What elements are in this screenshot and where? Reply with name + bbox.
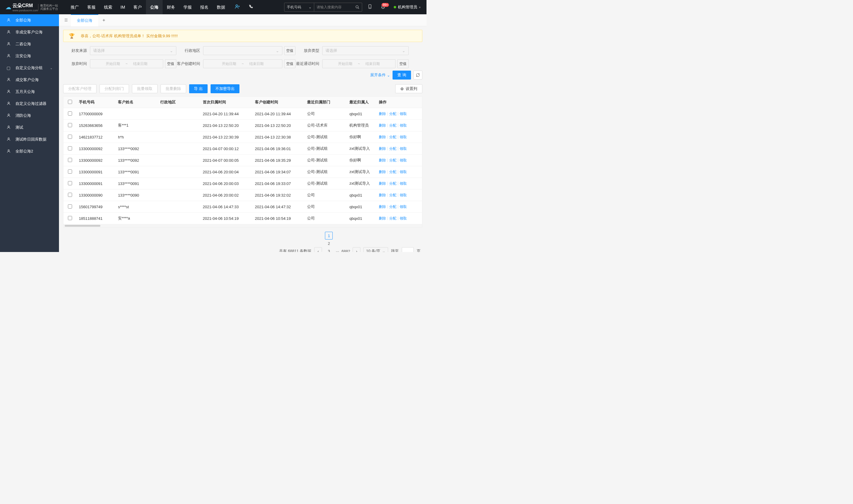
- row-checkbox[interactable]: [68, 134, 72, 139]
- nav-item[interactable]: 数据: [213, 0, 229, 14]
- row-assign[interactable]: 分配: [389, 123, 396, 128]
- row-checkbox[interactable]: [68, 111, 72, 115]
- row-delete[interactable]: 删除: [379, 216, 386, 221]
- row-delete[interactable]: 删除: [379, 123, 386, 128]
- set-columns-button[interactable]: ⚙ 设置列: [395, 84, 422, 93]
- search-button[interactable]: 查 询: [393, 71, 411, 79]
- row-checkbox[interactable]: [68, 158, 72, 162]
- pager-jump-input[interactable]: [402, 247, 414, 252]
- sidebar-item[interactable]: 成交客户公海: [0, 74, 59, 86]
- filter-create-time-range[interactable]: 开始日期~结束日期: [203, 59, 282, 68]
- row-claim[interactable]: 领取: [400, 158, 407, 163]
- pager-last[interactable]: 6882: [342, 247, 350, 252]
- row-assign[interactable]: 分配: [389, 146, 396, 151]
- row-delete[interactable]: 删除: [379, 111, 386, 116]
- filter-abandon-time-empty-button[interactable]: 空值: [165, 59, 176, 68]
- row-claim[interactable]: 领取: [400, 204, 407, 210]
- row-delete[interactable]: 删除: [379, 134, 386, 140]
- row-claim[interactable]: 领取: [400, 216, 407, 221]
- nav-item[interactable]: 客户: [129, 0, 146, 14]
- row-checkbox[interactable]: [68, 193, 72, 197]
- scrollbar-thumb[interactable]: [65, 225, 101, 227]
- row-assign[interactable]: 分配: [389, 169, 396, 175]
- export-plain-button[interactable]: 不加密导出: [211, 84, 239, 93]
- row-claim[interactable]: 领取: [400, 111, 407, 116]
- row-claim[interactable]: 领取: [400, 169, 407, 175]
- filter-last-call-range[interactable]: 开始日期~结束日期: [322, 59, 396, 68]
- sidebar-item[interactable]: 五月天公海: [0, 86, 59, 98]
- filter-region-select[interactable]: ⌄: [203, 46, 282, 55]
- sidebar-item[interactable]: 全部公海2: [0, 145, 59, 157]
- row-checkbox[interactable]: [68, 204, 72, 209]
- sidebar-item[interactable]: 消防公海: [0, 110, 59, 122]
- row-assign[interactable]: 分配: [389, 216, 396, 221]
- filter-abandon-type-select[interactable]: 请选择⌄: [322, 46, 409, 55]
- expand-filters-button[interactable]: 展开条件 ⌄: [370, 72, 390, 78]
- nav-item[interactable]: IM: [116, 0, 130, 14]
- add-user-icon[interactable]: [232, 4, 243, 11]
- search-input[interactable]: 请输入搜索内容: [314, 3, 353, 11]
- pager-size-select[interactable]: 10 条/页 ⌄: [363, 247, 388, 252]
- assign-dept-button[interactable]: 分配到部门: [99, 84, 129, 93]
- row-checkbox[interactable]: [68, 181, 72, 185]
- batch-claim-button[interactable]: 批量领取: [132, 84, 158, 93]
- export-button[interactable]: 导 出: [189, 84, 207, 93]
- row-delete[interactable]: 删除: [379, 146, 386, 151]
- select-all-checkbox[interactable]: [68, 100, 72, 104]
- horizontal-scrollbar[interactable]: [63, 224, 422, 227]
- row-assign[interactable]: 分配: [389, 134, 396, 140]
- row-delete[interactable]: 删除: [379, 181, 386, 186]
- row-delete[interactable]: 删除: [379, 204, 386, 210]
- filter-region-empty-button[interactable]: 空值: [284, 46, 295, 55]
- row-claim[interactable]: 领取: [400, 134, 407, 140]
- row-claim[interactable]: 领取: [400, 193, 407, 198]
- nav-item[interactable]: 报名: [196, 0, 213, 14]
- nav-item[interactable]: 线索: [100, 0, 116, 14]
- row-assign[interactable]: 分配: [389, 158, 396, 163]
- nav-item[interactable]: 客服: [83, 0, 100, 14]
- sidebar-item[interactable]: 二咨公海: [0, 38, 59, 50]
- nav-item[interactable]: 推广: [67, 0, 83, 14]
- row-claim[interactable]: 领取: [400, 181, 407, 186]
- sidebar-item[interactable]: 自定义公海过滤器: [0, 98, 59, 110]
- row-claim[interactable]: 领取: [400, 123, 407, 128]
- filter-source-select[interactable]: 请选择⌄: [90, 46, 176, 55]
- row-checkbox[interactable]: [68, 216, 72, 220]
- row-assign[interactable]: 分配: [389, 111, 396, 116]
- tab-add-icon[interactable]: +: [98, 18, 109, 23]
- tabs-toggle-icon[interactable]: ☰: [61, 18, 71, 22]
- refresh-button[interactable]: [413, 71, 422, 79]
- pager-page[interactable]: 3: [325, 247, 333, 252]
- row-delete[interactable]: 删除: [379, 169, 386, 175]
- row-delete[interactable]: 删除: [379, 158, 386, 163]
- mobile-icon[interactable]: [365, 4, 375, 11]
- bell-icon[interactable]: 99+: [378, 4, 388, 11]
- row-delete[interactable]: 删除: [379, 193, 386, 198]
- filter-last-call-empty-button[interactable]: 空值: [397, 59, 409, 68]
- row-assign[interactable]: 分配: [389, 204, 396, 210]
- sidebar-item[interactable]: 测试昨日回库数据: [0, 133, 59, 145]
- row-checkbox[interactable]: [68, 146, 72, 150]
- tab-active[interactable]: 全部公海: [71, 14, 98, 26]
- assign-manager-button[interactable]: 分配客户经理: [63, 84, 96, 93]
- nav-item[interactable]: 学服: [179, 0, 196, 14]
- filter-create-time-empty-button[interactable]: 空值: [284, 59, 295, 68]
- pager-next[interactable]: ›: [352, 247, 360, 252]
- row-checkbox[interactable]: [68, 169, 72, 174]
- nav-item[interactable]: 公海: [146, 0, 163, 14]
- batch-delete-button[interactable]: 批量删除: [161, 84, 186, 93]
- sidebar-item[interactable]: 非成交客户公海: [0, 26, 59, 38]
- search-icon[interactable]: [353, 3, 362, 11]
- pager-page[interactable]: 1: [325, 232, 333, 239]
- user-menu[interactable]: 机构管理员 ▾: [391, 4, 423, 10]
- sidebar-item[interactable]: ▢自定义公海分组⌄: [0, 62, 59, 74]
- nav-item[interactable]: 财务: [163, 0, 179, 14]
- sidebar-item[interactable]: 注安公海: [0, 50, 59, 62]
- sidebar-item[interactable]: 全部公海: [0, 14, 59, 26]
- row-assign[interactable]: 分配: [389, 193, 396, 198]
- pager-prev[interactable]: ‹: [314, 247, 322, 252]
- search-type-select[interactable]: 手机号码 ⌄: [285, 3, 314, 11]
- sidebar-item[interactable]: 测试: [0, 122, 59, 133]
- phone-icon[interactable]: [246, 4, 256, 10]
- row-claim[interactable]: 领取: [400, 146, 407, 151]
